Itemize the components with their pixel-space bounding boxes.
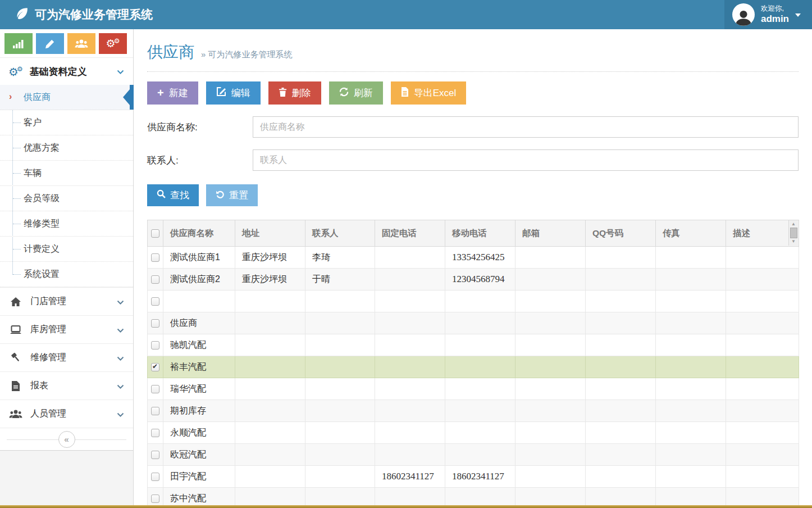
sidebar-item-repair-mgmt[interactable]: 维修管理	[0, 343, 133, 371]
cell-address	[235, 488, 305, 506]
row-checkbox[interactable]	[151, 451, 159, 459]
shortcut-chart-button[interactable]	[4, 33, 33, 54]
cell-email	[516, 291, 586, 312]
sidebar-item-label: 会员等级	[24, 193, 60, 205]
scroll-down-icon[interactable]: ▼	[791, 239, 796, 244]
sidebar-item-store-mgmt[interactable]: 门店管理	[0, 287, 133, 315]
cell-fax	[656, 378, 726, 400]
cell-landline	[375, 334, 445, 356]
cell-contact	[305, 312, 375, 334]
cell-address	[235, 444, 305, 466]
contact-input[interactable]	[253, 149, 799, 171]
cell-description	[726, 378, 799, 400]
sidebar-item-reports[interactable]: 报表	[0, 371, 133, 400]
column-header-email[interactable]: 邮箱	[516, 220, 586, 247]
select-all-checkbox[interactable]	[151, 229, 159, 238]
table-row[interactable]	[148, 291, 799, 312]
sidebar-item-staff-mgmt[interactable]: 人员管理	[0, 400, 133, 428]
cell-contact	[305, 378, 375, 400]
cell-email	[516, 334, 586, 356]
table-row[interactable]: 期初库存	[148, 400, 799, 422]
row-checkbox[interactable]	[151, 495, 159, 503]
sidebar: ⚙⚙ ⚙⚙ 基础资料定义 › 供应商 客户 优惠方案 车辆 会员等级 维修类型 …	[0, 29, 134, 505]
sidebar-item-repair-type[interactable]: 维修类型	[0, 211, 133, 237]
delete-button[interactable]: 删除	[268, 81, 321, 105]
gears-icon: ⚙⚙	[106, 38, 120, 49]
row-checkbox[interactable]	[151, 275, 159, 284]
column-header-landline[interactable]: 固定电话	[375, 220, 445, 247]
sidebar-item-billing-define[interactable]: 计费定义	[0, 237, 133, 262]
export-excel-button[interactable]: 导出Excel	[391, 81, 467, 105]
cell-landline	[375, 312, 445, 334]
scroll-up-icon[interactable]: ▲	[791, 222, 796, 226]
sidebar-item-label: 基础资料定义	[30, 65, 110, 78]
table-row[interactable]: 苏中汽配	[148, 488, 799, 506]
scrollbar-thumb[interactable]	[790, 228, 797, 238]
cell-description	[726, 334, 799, 356]
table-row[interactable]: 测试供应商2重庆沙坪坝于晴12304568794	[148, 269, 799, 291]
column-header-qq[interactable]: QQ号码	[586, 220, 656, 247]
cell-fax	[656, 356, 726, 378]
sidebar-item-vehicle[interactable]: 车辆	[0, 161, 133, 186]
column-header-description[interactable]: 描述	[726, 220, 799, 247]
cell-mobile	[445, 291, 516, 312]
sidebar-item-member-level[interactable]: 会员等级	[0, 186, 133, 211]
table-row[interactable]: 瑞华汽配	[148, 378, 799, 400]
select-all-header	[148, 220, 163, 247]
row-checkbox[interactable]	[151, 297, 159, 306]
table-row[interactable]: 欧冠汽配	[148, 444, 799, 466]
sidebar-item-warehouse-mgmt[interactable]: 库房管理	[0, 315, 133, 343]
column-header-mobile[interactable]: 移动电话	[445, 220, 516, 247]
app-logo[interactable]: 可为汽修业务管理系统	[0, 0, 153, 29]
cell-description	[726, 466, 799, 488]
cell-fax	[656, 400, 726, 422]
cell-name: 瑞华汽配	[163, 378, 235, 400]
sidebar-item-system-settings[interactable]: 系统设置	[0, 262, 133, 287]
sidebar-collapse-button[interactable]: «	[58, 431, 75, 448]
new-button[interactable]: + 新建	[147, 81, 198, 105]
sidebar-item-discount-plan[interactable]: 优惠方案	[0, 135, 133, 161]
shortcut-users-button[interactable]	[67, 33, 95, 54]
cell-fax	[656, 291, 726, 312]
row-checkbox[interactable]	[151, 253, 159, 262]
row-checkbox[interactable]	[151, 363, 159, 371]
sidebar-item-customer[interactable]: 客户	[0, 110, 133, 135]
cell-description	[726, 400, 799, 422]
cell-mobile	[445, 378, 516, 400]
column-header-fax[interactable]: 传真	[656, 220, 726, 247]
cell-description	[726, 269, 799, 291]
supplier-name-input[interactable]	[253, 116, 799, 138]
refresh-button[interactable]: 刷新	[329, 81, 383, 105]
row-checkbox[interactable]	[151, 473, 159, 481]
shortcut-edit-button[interactable]	[36, 33, 64, 54]
chevron-down-icon	[117, 353, 124, 363]
cell-name: 田宇汽配	[163, 466, 235, 488]
table-row[interactable]: 田宇汽配1860234112718602341127	[148, 466, 799, 488]
column-header-address[interactable]: 地址	[235, 220, 305, 247]
row-checkbox[interactable]	[151, 341, 159, 350]
sidebar-item-supplier[interactable]: › 供应商	[0, 85, 133, 110]
row-checkbox[interactable]	[151, 407, 159, 415]
row-checkbox[interactable]	[151, 385, 159, 393]
reset-button[interactable]: 重置	[206, 184, 258, 206]
table-row[interactable]: 测试供应商1重庆沙坪坝李琦13354256425	[148, 247, 799, 269]
button-label: 查找	[170, 189, 189, 202]
table-row[interactable]: 供应商	[148, 312, 799, 334]
vertical-scrollbar[interactable]: ▲ ▼	[788, 220, 798, 246]
cell-qq	[586, 378, 656, 400]
shortcut-settings-button[interactable]: ⚙⚙	[99, 33, 127, 54]
table-row[interactable]: 裕丰汽配	[148, 356, 799, 378]
row-checkbox[interactable]	[151, 429, 159, 437]
user-menu[interactable]: 欢迎你, admin	[724, 0, 812, 29]
sidebar-item-base-data[interactable]: ⚙⚙ 基础资料定义	[0, 57, 133, 85]
search-button[interactable]: 查找	[147, 184, 199, 206]
filter-row-supplier-name: 供应商名称:	[147, 116, 799, 138]
cell-mobile	[445, 356, 516, 378]
users-icon	[9, 409, 22, 419]
row-checkbox[interactable]	[151, 319, 159, 328]
edit-button[interactable]: 编辑	[206, 81, 261, 105]
table-row[interactable]: 永顺汽配	[148, 422, 799, 444]
column-header-name[interactable]: 供应商名称	[163, 220, 235, 247]
table-row[interactable]: 驰凯汽配	[148, 334, 799, 356]
column-header-contact[interactable]: 联系人	[305, 220, 375, 247]
